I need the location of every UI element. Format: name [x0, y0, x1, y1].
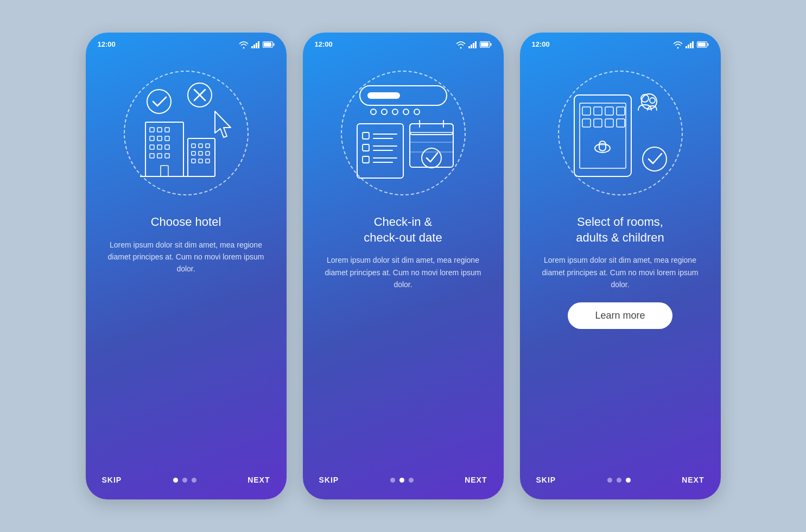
dot-3-2[interactable] [617, 478, 621, 483]
dot-2-1[interactable] [390, 478, 395, 483]
wifi-icon [239, 41, 249, 48]
next-btn-3[interactable]: NEXT [682, 476, 704, 484]
svg-rect-77 [580, 103, 626, 168]
skip-btn-2[interactable]: SKIP [319, 476, 339, 484]
status-icons-3 [673, 41, 709, 48]
svg-rect-31 [206, 159, 210, 163]
svg-rect-87 [599, 141, 606, 151]
illustration-3 [520, 52, 721, 214]
svg-rect-81 [617, 107, 625, 115]
hotel-svg [129, 79, 243, 187]
svg-rect-29 [192, 159, 195, 163]
svg-rect-79 [594, 107, 602, 115]
svg-rect-25 [206, 144, 210, 148]
svg-rect-5 [273, 43, 274, 46]
svg-rect-24 [199, 144, 202, 148]
phone-title-2: Check-in &check-out date [364, 214, 442, 245]
status-bar-3: 12:00 [520, 33, 721, 52]
signal-icon-2 [468, 41, 477, 48]
next-btn-2[interactable]: NEXT [465, 476, 487, 484]
svg-rect-82 [582, 119, 591, 127]
status-icons-2 [456, 41, 492, 48]
battery-icon-2 [480, 41, 492, 48]
svg-rect-9 [157, 128, 162, 132]
svg-rect-0 [251, 46, 253, 48]
dot-2-3[interactable] [409, 478, 414, 483]
phone-desc-3: Lorem ipsum dolor sit dim amet, mea regi… [535, 254, 706, 290]
svg-rect-38 [471, 45, 472, 48]
dot-3-3[interactable] [626, 478, 631, 483]
svg-rect-3 [258, 41, 259, 48]
svg-rect-27 [199, 151, 202, 155]
dot-1-3[interactable] [192, 478, 196, 483]
svg-point-50 [414, 109, 420, 115]
svg-rect-85 [617, 119, 625, 127]
signal-icon [251, 41, 260, 48]
dot-1-1[interactable] [173, 478, 178, 483]
svg-point-46 [371, 109, 376, 115]
dot-2-2[interactable] [399, 478, 404, 483]
svg-rect-70 [688, 45, 689, 48]
svg-rect-39 [473, 43, 474, 48]
next-btn-1[interactable]: NEXT [247, 476, 270, 484]
svg-rect-13 [165, 136, 169, 141]
svg-rect-74 [707, 43, 708, 46]
svg-point-92 [643, 147, 667, 171]
svg-rect-58 [363, 156, 369, 163]
svg-rect-45 [367, 92, 400, 99]
phone-desc-1: Lorem ipsum dolor sit dim amet, mea regi… [101, 239, 271, 275]
svg-rect-40 [475, 41, 477, 48]
phone-title-1: Choose hotel [151, 214, 221, 230]
bottom-nav-1: SKIP NEXT [86, 466, 287, 499]
status-bar-2: 12:00 [303, 33, 504, 52]
phone-2: 12:00 [303, 33, 504, 499]
svg-rect-28 [206, 151, 210, 155]
svg-rect-69 [686, 46, 687, 48]
time-3: 12:00 [532, 40, 550, 48]
svg-rect-12 [157, 136, 162, 141]
bottom-nav-3: SKIP NEXT [520, 466, 721, 499]
svg-rect-80 [605, 107, 613, 115]
svg-rect-62 [410, 124, 453, 135]
svg-rect-10 [165, 128, 169, 132]
svg-rect-23 [192, 144, 195, 148]
svg-point-68 [422, 148, 441, 168]
dots-3 [607, 478, 631, 483]
bottom-nav-2: SKIP NEXT [303, 466, 504, 499]
illustration-1 [86, 52, 287, 214]
phone-1: 12:00 [86, 33, 287, 499]
svg-point-91 [650, 98, 655, 103]
illustration-2 [303, 52, 504, 214]
rooms-svg [563, 79, 677, 187]
svg-point-32 [147, 90, 171, 113]
svg-rect-16 [165, 145, 169, 149]
svg-rect-37 [468, 46, 470, 48]
svg-rect-8 [150, 128, 154, 132]
skip-btn-1[interactable]: SKIP [102, 476, 122, 484]
skip-btn-3[interactable]: SKIP [536, 476, 556, 484]
battery-icon [263, 41, 275, 48]
svg-rect-18 [157, 154, 162, 158]
wifi-icon-3 [673, 41, 683, 48]
svg-rect-2 [256, 43, 257, 48]
svg-rect-84 [605, 119, 613, 127]
learn-more-button[interactable]: Learn more [568, 302, 672, 329]
svg-rect-1 [253, 45, 255, 48]
phone-content-2: Check-in &check-out date Lorem ipsum dol… [303, 214, 504, 466]
svg-rect-78 [582, 107, 591, 115]
dot-3-1[interactable] [607, 478, 612, 483]
phone-content-1: Choose hotel Lorem ipsum dolor sit dim a… [86, 214, 287, 466]
svg-rect-11 [150, 136, 154, 141]
svg-rect-19 [165, 154, 169, 158]
svg-rect-6 [264, 42, 271, 47]
svg-rect-83 [594, 119, 602, 127]
dots-1 [173, 478, 196, 483]
svg-rect-30 [199, 159, 202, 163]
phone-title-3: Select of rooms,adults & children [576, 214, 664, 245]
svg-rect-26 [192, 151, 195, 155]
svg-point-47 [382, 109, 387, 115]
dashed-circle-2 [341, 71, 466, 195]
status-bar-1: 12:00 [86, 33, 287, 52]
dot-1-2[interactable] [182, 478, 187, 483]
svg-rect-71 [690, 43, 691, 48]
